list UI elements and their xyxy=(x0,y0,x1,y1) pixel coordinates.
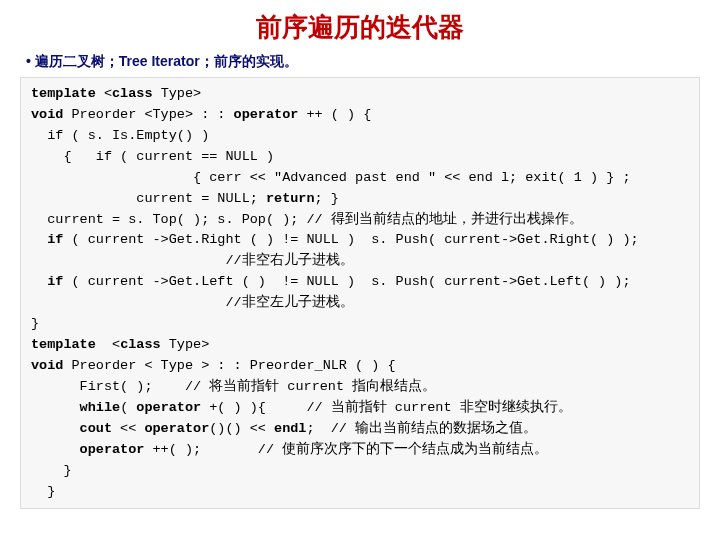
slide-title: 前序遍历的迭代器 xyxy=(20,10,700,45)
code-text: First( ); // 将当前指针 current 指向根结点。 xyxy=(31,379,436,394)
kw-operator: operator xyxy=(136,400,201,415)
code-text: { cerr << "Advanced past end " << end l;… xyxy=(31,170,631,185)
kw-class: class xyxy=(120,337,161,352)
code-text xyxy=(31,274,47,289)
kw-operator: operator xyxy=(80,442,145,457)
code-text: < xyxy=(96,86,112,101)
code-text: ( current ->Get.Right ( ) != NULL ) s. P… xyxy=(63,232,638,247)
kw-if: if xyxy=(47,274,63,289)
code-text: if ( s. Is.Empty() ) xyxy=(31,128,209,143)
kw-cout: cout xyxy=(80,421,112,436)
slide-bullet: • 遍历二叉树；Tree Iterator；前序的实现。 xyxy=(26,53,700,71)
code-text: } xyxy=(31,316,39,331)
code-text: current = s. Top( ); s. Pop( ); // 得到当前结… xyxy=(31,212,583,227)
code-block: template <class Type> void Preorder <Typ… xyxy=(20,77,700,509)
code-text: //非空左儿子进栈。 xyxy=(31,295,354,310)
kw-template: template xyxy=(31,337,96,352)
kw-endl: endl xyxy=(274,421,306,436)
kw-class: class xyxy=(112,86,153,101)
code-text: Preorder < Type > : : Preorder_NLR ( ) { xyxy=(63,358,395,373)
code-text: ; // 输出当前结点的数据场之值。 xyxy=(306,421,537,436)
code-text: //非空右儿子进栈。 xyxy=(31,253,354,268)
code-text: } xyxy=(31,463,72,478)
kw-while: while xyxy=(80,400,121,415)
slide: 前序遍历的迭代器 • 遍历二叉树；Tree Iterator；前序的实现。 te… xyxy=(0,0,720,540)
kw-operator: operator xyxy=(144,421,209,436)
kw-return: return xyxy=(266,191,315,206)
code-text: < xyxy=(96,337,120,352)
code-text: ; } xyxy=(315,191,339,206)
code-text xyxy=(31,400,80,415)
kw-template: template xyxy=(31,86,96,101)
kw-void: void xyxy=(31,358,63,373)
kw-operator: operator xyxy=(234,107,299,122)
code-text: Type> xyxy=(161,337,210,352)
code-text: current = NULL; xyxy=(31,191,266,206)
code-text xyxy=(31,232,47,247)
code-text: ++( ); // 使前序次序下的下一个结点成为当前结点。 xyxy=(144,442,548,457)
code-text: } xyxy=(31,484,55,499)
code-text: { if ( current == NULL ) xyxy=(31,149,274,164)
code-text xyxy=(31,421,80,436)
code-text: << xyxy=(112,421,144,436)
code-text: ++ ( ) { xyxy=(298,107,371,122)
code-text: +( ) ){ // 当前指针 current 非空时继续执行。 xyxy=(201,400,572,415)
code-text: ()() << xyxy=(209,421,274,436)
code-text: Type> xyxy=(153,86,202,101)
code-text: Preorder <Type> : : xyxy=(63,107,233,122)
kw-if: if xyxy=(47,232,63,247)
code-text: ( current ->Get.Left ( ) != NULL ) s. Pu… xyxy=(63,274,630,289)
code-text xyxy=(31,442,80,457)
code-text: ( xyxy=(120,400,136,415)
kw-void: void xyxy=(31,107,63,122)
